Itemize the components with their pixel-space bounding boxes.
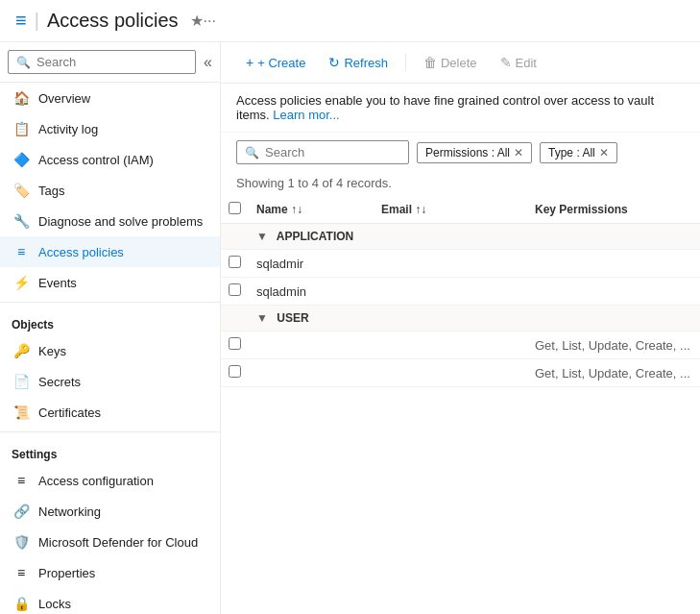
toolbar: + + Create ↻ Refresh 🗑 Delete ✎ Edit bbox=[221, 42, 700, 84]
sidebar-item-overview[interactable]: 🏠 Overview bbox=[0, 83, 220, 113]
row-checkbox-user1[interactable] bbox=[229, 337, 241, 350]
sidebar-item-properties[interactable]: ≡ Properties bbox=[0, 557, 220, 588]
cell-email-user2 bbox=[374, 359, 527, 387]
more-options-icon[interactable]: ··· bbox=[204, 12, 216, 30]
group-row-application: ▼ APPLICATION bbox=[221, 224, 700, 250]
filter-search-icon: 🔍 bbox=[245, 146, 259, 160]
diagnose-icon: 🔧 bbox=[12, 213, 31, 229]
permissions-filter-close[interactable]: ✕ bbox=[514, 146, 523, 160]
sidebar-item-keys[interactable]: 🔑 Keys bbox=[0, 335, 220, 366]
filter-bar: 🔍 Permissions : All ✕ Type : All ✕ bbox=[221, 133, 700, 172]
refresh-label: Refresh bbox=[344, 56, 388, 70]
networking-icon: 🔗 bbox=[12, 503, 31, 519]
create-button[interactable]: + + Create bbox=[236, 50, 315, 75]
col-header-name[interactable]: Name ↑↓ bbox=[249, 196, 374, 224]
cell-perms-sqladmin bbox=[527, 278, 700, 306]
col-header-email[interactable]: Email ↑↓ bbox=[374, 196, 527, 224]
delete-button[interactable]: 🗑 Delete bbox=[414, 50, 487, 75]
objects-section-label: Objects bbox=[0, 307, 220, 335]
sidebar-collapse-icon[interactable]: « bbox=[204, 54, 212, 71]
main-layout: 🔍 « 🏠 Overview 📋 Activity log 🔷 Access c… bbox=[0, 42, 700, 614]
type-filter-close[interactable]: ✕ bbox=[599, 146, 609, 160]
objects-divider bbox=[0, 302, 220, 303]
content-area: + + Create ↻ Refresh 🗑 Delete ✎ Edit Acc… bbox=[221, 42, 700, 614]
favorite-star-icon[interactable]: ★ bbox=[190, 12, 204, 30]
page-header: ≡ | Access policies ★ ··· bbox=[0, 0, 700, 42]
activity-log-icon: 📋 bbox=[12, 121, 31, 136]
edit-button[interactable]: ✎ Edit bbox=[491, 50, 546, 75]
access-policies-icon: ≡ bbox=[12, 244, 31, 259]
sidebar-search-input[interactable] bbox=[36, 55, 187, 69]
learn-more-link[interactable]: Learn mor... bbox=[273, 108, 339, 122]
cell-perms-sqladmir bbox=[527, 250, 700, 278]
sidebar-label-access-config: Access configuration bbox=[38, 474, 154, 488]
sidebar-label-properties: Properties bbox=[38, 566, 95, 580]
filter-search-input[interactable] bbox=[265, 145, 400, 160]
sidebar-label-diagnose: Diagnose and solve problems bbox=[38, 214, 203, 229]
table-row: sqladmin G bbox=[221, 278, 700, 306]
group-label-application: APPLICATION bbox=[277, 230, 353, 243]
row-checkbox-sqladmir[interactable] bbox=[229, 256, 241, 268]
cell-email-user1 bbox=[374, 332, 527, 359]
sidebar-item-tags[interactable]: 🏷️ Tags bbox=[0, 175, 220, 206]
refresh-button[interactable]: ↻ Refresh bbox=[319, 50, 398, 75]
cell-name-sqladmir: sqladmir bbox=[249, 250, 374, 278]
col-header-key-permissions: Key Permissions bbox=[527, 196, 700, 224]
permissions-filter-label: Permissions : All bbox=[425, 146, 510, 160]
filter-search-box[interactable]: 🔍 bbox=[236, 140, 409, 164]
tags-icon: 🏷️ bbox=[12, 183, 31, 198]
sidebar-item-events[interactable]: ⚡ Events bbox=[0, 267, 220, 298]
row-checkbox-sqladmin[interactable] bbox=[229, 283, 241, 296]
keyvault-icon: ≡ bbox=[15, 10, 27, 32]
sidebar-label-overview: Overview bbox=[38, 91, 90, 106]
group-label-user: USER bbox=[277, 311, 308, 325]
group-row-user: ▼ USER bbox=[221, 306, 700, 332]
defender-icon: 🛡️ bbox=[12, 534, 31, 550]
permissions-filter-tag[interactable]: Permissions : All ✕ bbox=[417, 142, 532, 163]
delete-icon: 🗑 bbox=[423, 55, 437, 70]
type-filter-label: Type : All bbox=[548, 146, 595, 160]
keys-icon: 🔑 bbox=[12, 343, 31, 358]
cell-name-user2 bbox=[249, 359, 374, 387]
sidebar-item-secrets[interactable]: 📄 Secrets bbox=[0, 366, 220, 397]
cell-name-sqladmin: sqladmin bbox=[249, 278, 374, 306]
locks-icon: 🔒 bbox=[12, 596, 31, 611]
sidebar-item-certificates[interactable]: 📜 Certificates bbox=[0, 397, 220, 428]
overview-icon: 🏠 bbox=[12, 90, 31, 106]
sidebar-label-certificates: Certificates bbox=[38, 405, 101, 420]
sidebar-item-defender[interactable]: 🛡️ Microsoft Defender for Cloud bbox=[0, 527, 220, 557]
sidebar-label-networking: Networking bbox=[38, 504, 101, 519]
sidebar-item-access-policies[interactable]: ≡ Access policies bbox=[0, 236, 220, 267]
row-checkbox-user2[interactable] bbox=[229, 365, 241, 378]
table-row: Get, List, Update, Create, ... G bbox=[221, 332, 700, 359]
settings-divider bbox=[0, 431, 220, 432]
sidebar-label-events: Events bbox=[38, 276, 77, 290]
group-chevron-application[interactable]: ▼ bbox=[256, 230, 268, 243]
sidebar-label-secrets: Secrets bbox=[38, 375, 81, 389]
properties-icon: ≡ bbox=[12, 565, 31, 580]
type-filter-tag[interactable]: Type : All ✕ bbox=[540, 142, 617, 163]
sidebar-item-access-control[interactable]: 🔷 Access control (IAM) bbox=[0, 144, 220, 175]
settings-section-label: Settings bbox=[0, 436, 220, 465]
certificates-icon: 📜 bbox=[12, 405, 31, 420]
cell-perms-user1: Get, List, Update, Create, ... bbox=[527, 332, 700, 359]
sidebar-item-diagnose[interactable]: 🔧 Diagnose and solve problems bbox=[0, 206, 220, 236]
edit-label: Edit bbox=[516, 56, 537, 70]
cell-email-sqladmin bbox=[374, 278, 527, 306]
select-all-checkbox[interactable] bbox=[229, 202, 241, 214]
sidebar-search-box[interactable]: 🔍 bbox=[8, 50, 196, 74]
sidebar-label-defender: Microsoft Defender for Cloud bbox=[38, 535, 198, 550]
table-body: ▼ APPLICATION sqladmir G sqladmin bbox=[221, 224, 700, 387]
edit-icon: ✎ bbox=[500, 55, 512, 70]
sidebar-search-container: 🔍 « bbox=[0, 42, 220, 83]
sidebar-item-activity-log[interactable]: 📋 Activity log bbox=[0, 113, 220, 144]
sidebar-item-access-config[interactable]: ≡ Access configuration bbox=[0, 465, 220, 496]
sidebar-item-networking[interactable]: 🔗 Networking bbox=[0, 496, 220, 527]
sidebar-item-locks[interactable]: 🔒 Locks bbox=[0, 588, 220, 614]
sidebar-label-tags: Tags bbox=[38, 184, 64, 198]
access-control-icon: 🔷 bbox=[12, 152, 31, 167]
group-chevron-user[interactable]: ▼ bbox=[256, 311, 268, 325]
header-checkbox-col bbox=[221, 196, 249, 224]
records-count: Showing 1 to 4 of 4 records. bbox=[221, 172, 700, 196]
sidebar-label-activity-log: Activity log bbox=[38, 122, 98, 136]
